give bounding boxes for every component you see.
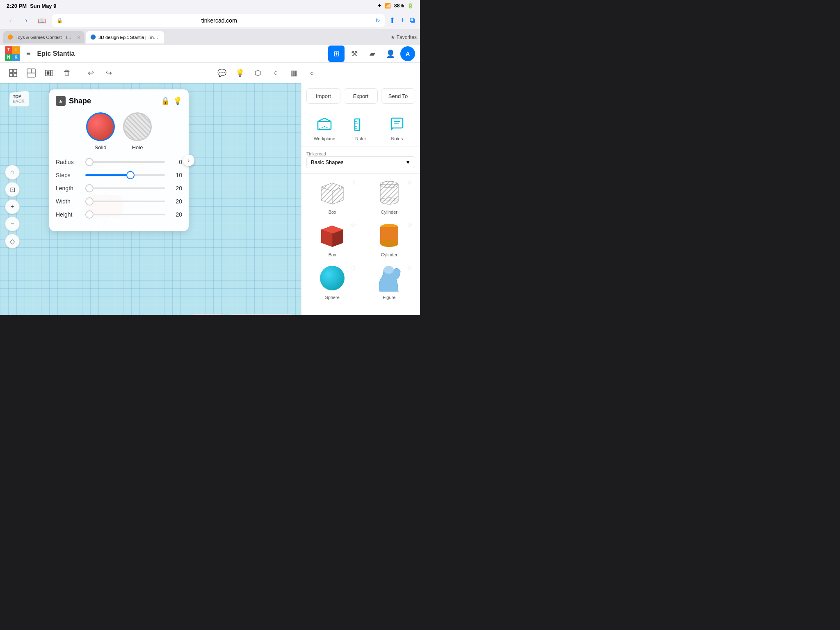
wifi-icon: 📶 (385, 3, 391, 9)
zoom-in-button[interactable]: + (5, 199, 20, 214)
shape-panel-collapse-btn[interactable]: ▲ (56, 96, 66, 106)
ungroup-button[interactable] (23, 65, 39, 81)
bulb-center-tool[interactable]: 💡 (232, 65, 248, 81)
back-button[interactable]: ‹ (5, 15, 16, 26)
export-button[interactable]: Export (344, 88, 378, 104)
redo-button[interactable]: ↪ (100, 65, 117, 81)
svg-rect-37 (391, 118, 403, 128)
fit-view-button[interactable]: ⊡ (5, 182, 20, 197)
width-thumb[interactable] (85, 197, 94, 205)
tab-close-1[interactable]: ✕ (77, 35, 80, 40)
ruler-icon (351, 114, 370, 134)
star-box-gray[interactable]: ☆ (350, 178, 356, 186)
radius-thumb[interactable] (85, 158, 94, 166)
shape-item-box-red[interactable]: ☆ Box (306, 221, 358, 257)
svg-rect-4 (27, 69, 31, 73)
svg-rect-9 (47, 71, 49, 75)
refresh-icon[interactable]: ↻ (375, 17, 380, 24)
lock-icon: 🔒 (57, 18, 63, 23)
width-label: Width (56, 198, 80, 205)
width-slider[interactable] (85, 201, 165, 202)
battery-display: 88% (394, 3, 404, 9)
shapes-row-1: ☆ (306, 178, 415, 215)
svg-rect-6 (27, 73, 35, 77)
grid-center-tool[interactable]: ▦ (286, 65, 302, 81)
shapes-dropdown[interactable]: Basic Shapes ▼ (306, 156, 415, 168)
steps-slider[interactable] (85, 174, 165, 176)
tab-label-2: 3D design Epic Stantia | Tinkercad (98, 35, 160, 40)
notes-tool[interactable]: Notes (383, 114, 411, 141)
shape-item-cylinder-orange[interactable]: ☆ Cylinder (363, 221, 415, 257)
length-thumb[interactable] (85, 184, 94, 192)
tabs-icon[interactable]: ⧉ (410, 16, 415, 25)
signal-icon: ✦ (377, 3, 381, 9)
box-gray-label: Box (329, 210, 336, 215)
tabs-bar: 🟠 Toys & Games Contest - Instructables ✕… (0, 30, 420, 45)
import-button[interactable]: Import (306, 88, 340, 104)
shape-bulb-icon[interactable]: 💡 (173, 96, 182, 105)
status-bar: 2:20 PM Sun May 9 ✦ 📶 88% 🔋 (0, 0, 420, 11)
shape-item-figure[interactable]: ☆ Figure (363, 264, 415, 300)
code-view-button[interactable]: ▰ (364, 46, 381, 62)
battery-icon: 🔋 (407, 3, 413, 9)
delete-button[interactable]: 🗑 (59, 65, 75, 81)
mirror-center-tool[interactable]: ⬦ (304, 65, 320, 81)
tab-instructables[interactable]: 🟠 Toys & Games Contest - Instructables ✕ (3, 31, 84, 43)
menu-button[interactable]: ≡ (25, 48, 32, 59)
height-value: 20 (170, 211, 182, 218)
perspective-button[interactable]: ◇ (5, 234, 20, 249)
canvas-controls: ⌂ ⊡ + − ◇ (5, 165, 20, 249)
forward-button[interactable]: › (21, 15, 32, 26)
canvas-area[interactable]: TOP BACK ⌂ ⊡ + − ◇ (0, 83, 301, 315)
right-panel: Import Export Send To Workplane (301, 83, 420, 315)
panel-expand-arrow[interactable]: › (183, 155, 194, 166)
profile-button[interactable]: 👤 (382, 46, 399, 62)
shape-lock-icon[interactable]: 🔒 (161, 96, 170, 105)
shape-item-box-gray[interactable]: ☆ (306, 178, 358, 215)
zoom-out-button[interactable]: − (5, 217, 20, 231)
box-red-img (316, 221, 349, 250)
star-sphere[interactable]: ☆ (350, 264, 356, 272)
view-orientation-label: TOP BACK (9, 91, 30, 107)
length-label: Length (56, 185, 80, 192)
address-bar[interactable]: 🔒 tinkercad.com ↻ (52, 14, 385, 27)
edit-grid-button[interactable]: Edit Grid (191, 314, 224, 315)
bookmarks-button[interactable]: 📖 (36, 15, 48, 26)
height-slider[interactable] (85, 214, 165, 215)
length-row: Length 20 (56, 185, 182, 192)
shapes-grid: ☆ (301, 173, 420, 315)
star-cylinder-gray[interactable]: ☆ (407, 178, 413, 186)
steps-thumb[interactable] (126, 171, 135, 179)
canvas-bottom-controls: Edit Grid Snap Grid 1.0 mm ▲ (191, 314, 294, 315)
tab-tinkercad[interactable]: 🔵 3D design Epic Stantia | Tinkercad (86, 31, 164, 43)
height-thumb[interactable] (85, 210, 94, 219)
polygon-center-tool[interactable]: ⬡ (250, 65, 266, 81)
shape-item-cylinder-gray[interactable]: ☆ Cylinder (363, 178, 415, 215)
grid-view-button[interactable]: ⊞ (328, 46, 345, 62)
radius-slider[interactable] (85, 161, 165, 163)
time-display: 2:20 PM (7, 3, 27, 9)
star-cylinder-orange[interactable]: ☆ (407, 221, 413, 229)
snap-grid-control[interactable]: Snap Grid 1.0 mm ▲ (228, 314, 294, 315)
share-icon[interactable]: ⬆ (389, 16, 395, 25)
align-button[interactable] (41, 65, 57, 81)
workplane-tool[interactable]: Workplane (310, 114, 339, 141)
build-view-button[interactable]: ⚒ (346, 46, 363, 62)
length-slider[interactable] (85, 187, 165, 189)
send-to-button[interactable]: Send To (381, 88, 415, 104)
user-avatar[interactable]: A (400, 46, 415, 61)
favorites-tab[interactable]: ★ Favorites (390, 34, 417, 40)
home-view-button[interactable]: ⌂ (5, 165, 20, 180)
shapes-row-3: ☆ Sphere ☆ Figure (306, 264, 415, 300)
ruler-tool[interactable]: Ruler (346, 114, 375, 141)
notes-center-tool[interactable]: 💬 (214, 65, 230, 81)
shape-item-sphere[interactable]: ☆ Sphere (306, 264, 358, 300)
star-figure[interactable]: ☆ (407, 264, 413, 272)
circle-center-tool[interactable]: ○ (268, 65, 284, 81)
group-button[interactable] (5, 65, 21, 81)
star-box-red[interactable]: ☆ (350, 221, 356, 229)
undo-button[interactable]: ↩ (82, 65, 99, 81)
solid-shape-option[interactable]: Solid (86, 112, 115, 151)
hole-shape-option[interactable]: Hole (123, 112, 152, 151)
new-tab-icon[interactable]: + (400, 16, 405, 25)
